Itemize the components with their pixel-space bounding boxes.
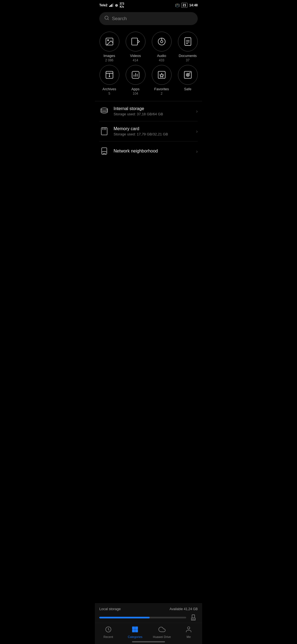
category-item-videos[interactable]: Videos 414 [124, 32, 147, 62]
category-count-apps: 104 [133, 92, 138, 95]
storage-icon-internal [99, 106, 109, 116]
svg-point-3 [107, 40, 108, 41]
svg-rect-4 [131, 38, 137, 45]
svg-rect-18 [158, 71, 165, 78]
category-name-apps: Apps [131, 87, 140, 91]
category-icon-safe [178, 65, 198, 85]
category-count-documents: 37 [186, 58, 189, 62]
storage-subtitle-internal: Storage used: 37,18 GB/64 GB [114, 112, 192, 116]
category-icon-apps [126, 65, 145, 85]
category-name-images: Images [103, 54, 115, 58]
category-name-archives: Archives [103, 87, 116, 91]
storage-title-internal: Internal storage [114, 106, 192, 111]
category-name-videos: Videos [130, 54, 141, 58]
category-icon-images [100, 32, 119, 51]
storage-subtitle-memory-card: Storage used: 17,79 GB/32,21 GB [114, 132, 192, 136]
category-icon-audio [152, 32, 172, 51]
search-icon [104, 15, 109, 22]
category-icon-documents [178, 32, 198, 51]
category-icon-videos [126, 32, 145, 51]
category-name-documents: Documents [179, 54, 197, 58]
svg-rect-9 [185, 38, 191, 45]
storage-icon-network [99, 146, 109, 156]
svg-point-7 [160, 40, 163, 43]
category-count-archives: 5 [108, 92, 110, 95]
storage-title-memory-card: Memory card [114, 126, 192, 131]
svg-marker-5 [138, 40, 139, 43]
speed-label: 373K/s [120, 2, 124, 8]
category-count-audio: 433 [159, 58, 164, 62]
chevron-right-icon: › [196, 149, 198, 154]
storage-info-memory-card: Memory card Storage used: 17,79 GB/32,21… [114, 126, 192, 136]
search-bar[interactable]: Search [99, 12, 198, 25]
svg-point-24 [101, 108, 108, 110]
category-icon-archives [100, 65, 119, 85]
category-count-images: 2 086 [105, 58, 113, 62]
category-item-favorites[interactable]: Favorites 2 [150, 65, 173, 95]
chevron-right-icon: › [196, 108, 198, 114]
svg-point-22 [187, 74, 188, 75]
signal-icon [109, 4, 113, 7]
category-grid: Images 2 086 Videos 414 Audio 433 Docume… [95, 29, 202, 101]
category-count-favorites: 2 [161, 92, 163, 95]
category-name-favorites: Favorites [154, 87, 169, 91]
battery-indicator: 21 [181, 3, 188, 8]
storage-item-network[interactable]: Network neighborhood › [99, 141, 198, 161]
storage-item-internal[interactable]: Internal storage Storage used: 37,18 GB/… [99, 101, 198, 121]
category-count-videos: 414 [133, 58, 138, 62]
svg-marker-19 [160, 73, 163, 77]
storage-icon-memory-card [99, 126, 109, 136]
svg-point-21 [186, 73, 189, 76]
category-item-archives[interactable]: Archives 5 [98, 65, 121, 95]
category-item-documents[interactable]: Documents 37 [176, 32, 199, 62]
status-bar: Tele2 ⊜ 373K/s 📳 21 14:48 [95, 0, 202, 9]
storage-info-network: Network neighborhood [114, 149, 192, 154]
category-item-images[interactable]: Images 2 086 [98, 32, 121, 62]
carrier-label: Tele2 [99, 3, 108, 7]
search-placeholder: Search [112, 16, 127, 21]
category-item-audio[interactable]: Audio 433 [150, 32, 173, 62]
storage-title-network: Network neighborhood [114, 149, 192, 154]
svg-point-16 [109, 76, 110, 77]
vibrate-icon: 📳 [175, 3, 180, 7]
storage-section: Internal storage Storage used: 37,18 GB/… [95, 101, 202, 161]
category-icon-favorites [152, 65, 172, 85]
wifi-icon: ⊜ [115, 3, 118, 7]
svg-line-23 [189, 73, 190, 73]
storage-info-internal: Internal storage Storage used: 37,18 GB/… [114, 106, 192, 116]
storage-item-memory-card[interactable]: Memory card Storage used: 17,79 GB/32,21… [99, 121, 198, 141]
category-name-safe: Safe [184, 87, 191, 91]
category-name-audio: Audio [157, 54, 166, 58]
time-label: 14:48 [189, 3, 198, 7]
category-item-apps[interactable]: Apps 104 [124, 65, 147, 95]
chevron-right-icon: › [196, 129, 198, 134]
category-item-safe[interactable]: Safe [176, 65, 199, 95]
svg-line-1 [108, 19, 108, 20]
